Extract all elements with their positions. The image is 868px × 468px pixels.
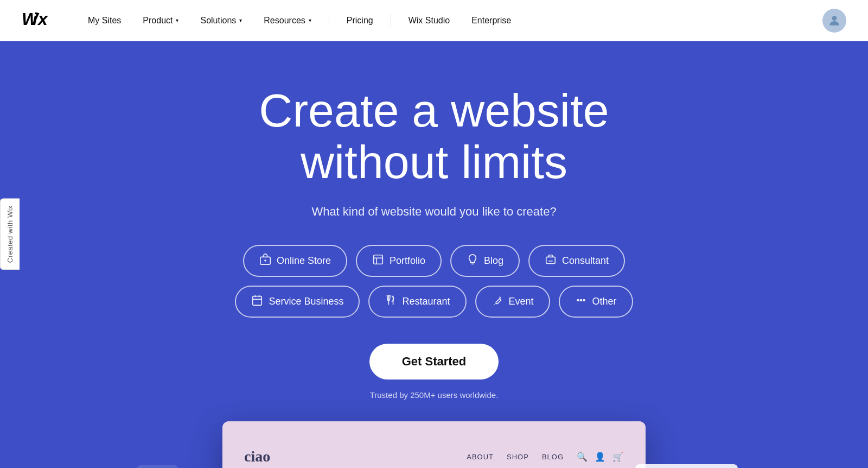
preview-nav-shop: SHOP [507, 453, 529, 461]
preview-nav-about: ABOUT [467, 453, 494, 461]
svg-rect-10 [546, 257, 556, 264]
service-business-icon [251, 294, 263, 309]
svg-point-3 [832, 16, 837, 21]
nav-pricing[interactable]: Pricing [338, 11, 382, 30]
event-icon [492, 294, 503, 309]
hero-title: Create a website without limits [190, 85, 678, 187]
category-row-2: Service Business Restaurant [235, 286, 633, 318]
url-preview-bar: https://www.ciaodrinks.com [635, 464, 738, 468]
category-row-1: Online Store Portfolio [243, 245, 625, 277]
svg-rect-13 [253, 296, 262, 306]
svg-point-19 [577, 300, 579, 301]
nav-my-sites[interactable]: My Sites [79, 11, 130, 30]
category-event[interactable]: Event [475, 286, 550, 318]
online-store-icon [259, 254, 271, 268]
svg-rect-7 [374, 255, 383, 264]
created-with-wix-tab[interactable]: Created with Wix [0, 198, 20, 270]
navbar: W i x My Sites Product ▾ Solutions ▾ Res… [0, 0, 868, 41]
svg-point-20 [580, 300, 582, 301]
floating-database-icon [136, 465, 179, 468]
side-tab-container: Created with Wix [0, 198, 20, 270]
category-restaurant[interactable]: Restaurant [368, 286, 466, 318]
trusted-text: Trusted by 250M+ users worldwide. [370, 390, 499, 400]
nav-enterprise[interactable]: Enterprise [463, 11, 520, 30]
preview-nav: ABOUT SHOP BLOG 🔍 👤 🛒 [467, 452, 624, 462]
preview-card-header: ciao ABOUT SHOP BLOG 🔍 👤 🛒 [222, 421, 646, 468]
category-portfolio[interactable]: Portfolio [356, 245, 442, 277]
hero-section: Create a website without limits What kin… [0, 41, 868, 468]
nav-divider [329, 14, 329, 27]
nav-wix-studio[interactable]: Wix Studio [400, 11, 458, 30]
nav-resources[interactable]: Resources ▾ [255, 11, 320, 30]
floating-icon-area [136, 465, 179, 468]
nav-solutions[interactable]: Solutions ▾ [192, 11, 251, 30]
consultant-icon [545, 254, 557, 268]
preview-brand-name: ciao [244, 448, 270, 465]
nav-product[interactable]: Product ▾ [134, 11, 187, 30]
category-service-business[interactable]: Service Business [235, 286, 360, 318]
category-grid: Online Store Portfolio [235, 245, 633, 318]
category-other[interactable]: Other [559, 286, 633, 318]
hero-subtitle: What kind of website would you like to c… [311, 205, 556, 219]
get-started-button[interactable]: Get Started [369, 344, 499, 380]
search-icon: 🔍 [577, 452, 588, 462]
preview-card: ciao ABOUT SHOP BLOG 🔍 👤 🛒 [222, 421, 646, 468]
preview-nav-blog: BLOG [542, 453, 564, 461]
category-online-store[interactable]: Online Store [243, 245, 347, 277]
user-icon: 👤 [595, 452, 606, 462]
nav-divider-2 [391, 14, 391, 27]
chevron-down-icon: ▾ [176, 17, 178, 23]
svg-point-21 [583, 300, 585, 301]
portfolio-icon [372, 254, 384, 268]
svg-text:W: W [22, 10, 40, 27]
cart-icon: 🛒 [612, 452, 624, 462]
preview-nav-icons: 🔍 👤 🛒 [577, 452, 624, 462]
blog-icon [467, 254, 478, 268]
user-avatar[interactable] [822, 9, 846, 33]
other-icon [575, 294, 587, 309]
nav-links: My Sites Product ▾ Solutions ▾ Resources… [79, 11, 822, 30]
category-blog[interactable]: Blog [450, 245, 520, 277]
restaurant-icon [385, 294, 397, 309]
chevron-down-icon: ▾ [309, 17, 311, 23]
chevron-down-icon: ▾ [239, 17, 242, 23]
svg-text:x: x [37, 10, 48, 27]
category-consultant[interactable]: Consultant [528, 245, 625, 277]
wix-logo[interactable]: W i x [22, 10, 53, 31]
